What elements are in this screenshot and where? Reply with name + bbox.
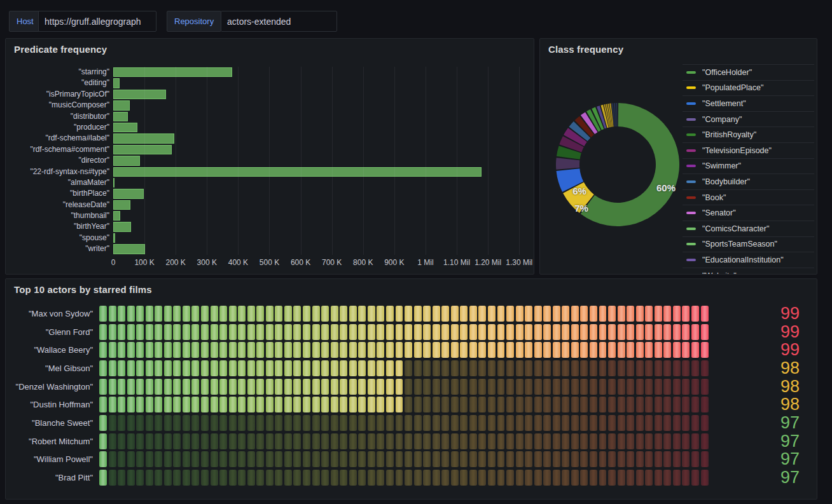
actor-gauge-bar[interactable] (99, 451, 708, 467)
donut-slice[interactable] (616, 103, 618, 126)
actor-gauge-bar[interactable] (99, 324, 708, 340)
gauge-cell (211, 470, 218, 486)
gauge-cell (368, 379, 375, 395)
predicate-bar[interactable] (113, 133, 174, 143)
host-input[interactable] (38, 11, 156, 32)
legend-item[interactable]: "OfficeHolder" (683, 64, 814, 80)
gauge-cell (580, 342, 588, 358)
gauge-cell (441, 379, 449, 395)
gauge-cell (396, 470, 403, 486)
gauge-cell (377, 360, 384, 376)
actor-gauge-bar[interactable] (99, 306, 708, 322)
legend-item[interactable]: "SportsTeamSeason" (683, 236, 814, 252)
actor-gauge-bar[interactable] (99, 360, 708, 376)
legend-item[interactable]: "Swimmer" (683, 158, 814, 174)
predicate-bar[interactable] (113, 156, 140, 165)
legend-item[interactable]: "TelevisionEpisode" (683, 142, 814, 158)
gauge-cell (358, 433, 366, 449)
predicate-bar[interactable] (113, 90, 166, 99)
legend-item[interactable]: "Bodybuilder" (683, 174, 814, 189)
gauge-cell (636, 342, 644, 358)
gauge-cell (191, 306, 199, 322)
legend-swatch-icon (686, 259, 696, 261)
gauge-cell (599, 470, 607, 486)
predicate-bar[interactable] (113, 244, 145, 254)
gauge-cell (312, 324, 320, 340)
gauge-cell (701, 342, 709, 358)
predicate-bar[interactable] (113, 211, 120, 221)
repository-input[interactable] (221, 11, 337, 32)
legend-item[interactable]: "Website" (683, 268, 814, 274)
legend-item[interactable]: "Senator" (683, 205, 814, 221)
gauge-cell (478, 342, 486, 358)
gauge-cell (109, 397, 116, 412)
legend-item[interactable]: "Book" (683, 189, 814, 205)
actor-gauge-bar[interactable] (99, 415, 708, 431)
gauge-cell (673, 470, 681, 486)
gauge-cell (293, 342, 301, 358)
predicate-bar[interactable] (113, 123, 137, 132)
gauge-cell (405, 415, 412, 431)
predicate-bar[interactable] (113, 78, 120, 88)
gauge-cell (266, 433, 274, 449)
gauge-cell (673, 360, 681, 376)
gauge-cell (405, 397, 412, 412)
gauge-cell (618, 470, 625, 486)
gauge-cell (396, 324, 403, 340)
predicate-bar[interactable] (113, 112, 128, 121)
predicate-bar[interactable] (113, 100, 130, 110)
predicate-bar[interactable] (113, 178, 114, 187)
gauge-cell (321, 397, 329, 412)
actor-gauge-bar[interactable] (99, 342, 708, 358)
actor-gauge-bar[interactable] (99, 379, 708, 395)
legend-label: "ComicsCharacter" (702, 224, 769, 233)
predicate-bar[interactable] (113, 222, 131, 231)
predicate-bar[interactable] (113, 167, 482, 177)
predicate-bar[interactable] (113, 200, 130, 210)
gauge-cell (146, 324, 153, 340)
legend-item[interactable]: "Settlement" (683, 95, 814, 111)
gauge-cell (201, 306, 209, 322)
gauge-cell (618, 451, 625, 467)
gauge-cell (441, 306, 449, 322)
actor-gauge-bar[interactable] (99, 397, 708, 412)
donut-slice[interactable] (556, 158, 579, 169)
gauge-cell (627, 470, 634, 486)
gauge-cell (599, 433, 607, 449)
predicate-bar[interactable] (113, 67, 232, 77)
predicate-bar[interactable] (113, 189, 144, 198)
gauge-cell (211, 379, 218, 395)
gauge-cell (506, 433, 514, 449)
gauge-cell (414, 324, 422, 340)
gauge-cell (146, 342, 153, 358)
gauge-cell (441, 433, 449, 449)
gauge-cell (691, 324, 699, 340)
actor-gauge-bar[interactable] (99, 470, 708, 486)
gauge-cell (553, 324, 560, 340)
legend-item[interactable]: "ComicsCharacter" (683, 221, 814, 236)
gauge-cell (663, 306, 671, 322)
gauge-cell (155, 342, 162, 358)
legend-swatch-icon (686, 71, 696, 74)
predicate-bar[interactable] (113, 145, 172, 154)
gauge-cell (183, 379, 190, 395)
gauge-cell (331, 470, 338, 486)
gauge-cell (451, 470, 459, 486)
gauge-cell (469, 324, 477, 340)
actor-gauge-row: "Robert Mitchum"97 (13, 432, 809, 451)
gauge-cell (349, 379, 357, 395)
gauge-cell (358, 342, 366, 358)
legend-item[interactable]: "Company" (683, 111, 814, 127)
legend-item[interactable]: "PopulatedPlace" (683, 80, 814, 96)
gauge-cell (543, 324, 551, 340)
predicate-bar[interactable] (113, 233, 115, 243)
gauge-cell (256, 306, 264, 322)
actor-gauge-bar[interactable] (99, 433, 708, 449)
class-frequency-panel: 60%6%7% Class frequency "OfficeHolder""P… (539, 38, 817, 275)
legend-item[interactable]: "EducationalInstitution" (683, 252, 814, 268)
legend-item[interactable]: "BritishRoyalty" (683, 126, 814, 142)
gauge-cell (645, 324, 653, 340)
gauge-cell (618, 360, 625, 376)
actor-label: "William Powell" (13, 454, 99, 464)
gauge-cell (414, 415, 422, 431)
